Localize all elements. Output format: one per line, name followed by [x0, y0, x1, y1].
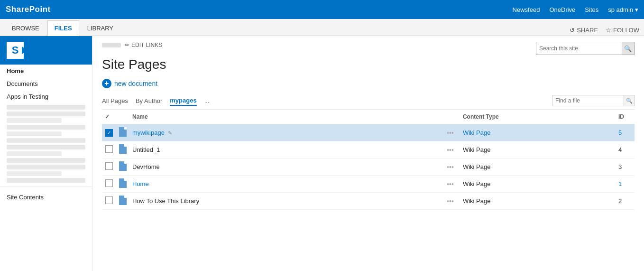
row-actions-dots[interactable]: •••	[441, 124, 460, 141]
checkbox-unchecked-icon[interactable]	[105, 145, 113, 153]
file-icon	[119, 196, 127, 205]
file-name-cell[interactable]: mywikipage ✎	[129, 124, 441, 141]
checkbox-unchecked-icon[interactable]	[105, 179, 113, 187]
sidebar-blurred-12	[7, 178, 85, 183]
sidebar-blurred-2	[7, 112, 85, 116]
file-name-link[interactable]: mywikipage	[132, 129, 165, 136]
checkbox-unchecked-icon[interactable]	[105, 162, 113, 170]
row-actions-dots[interactable]: •••	[441, 159, 460, 176]
row-id-link[interactable]: 1	[618, 180, 622, 187]
file-icon-cell	[116, 159, 129, 176]
edit-pencil-icon: ✎	[166, 130, 172, 136]
new-doc-label: new document	[114, 80, 157, 87]
new-document-button[interactable]: + new document	[102, 79, 635, 88]
table-row: ✓mywikipage ✎•••Wiki Page5	[102, 124, 635, 141]
file-name-link[interactable]: Home	[132, 180, 149, 187]
col-checkbox: ✓	[102, 110, 116, 124]
file-name-cell[interactable]: Home	[129, 176, 441, 193]
edit-links-button[interactable]: ✏ EDIT LINKS	[125, 42, 162, 48]
page-title: Site Pages	[102, 57, 635, 72]
sidebar-item-documents[interactable]: Documents	[0, 77, 92, 90]
find-file-box: 🔍	[552, 95, 635, 106]
file-table: ✓ Name Content Type ID ✓mywikipage ✎•••W…	[102, 110, 635, 210]
search-input[interactable]	[536, 45, 622, 52]
table-row: Home•••Wiki Page1	[102, 176, 635, 193]
sidebar: S Home Documents Apps in Testing Site Co…	[0, 36, 92, 271]
sidebar-divider	[0, 187, 92, 187]
sidebar-site-contents[interactable]: Site Contents	[0, 191, 92, 204]
find-file-search-icon[interactable]: 🔍	[624, 95, 634, 106]
sidebar-blurred-11	[7, 171, 62, 176]
sidebar-blurred-6	[7, 138, 85, 143]
sites-link[interactable]: Sites	[585, 6, 598, 13]
content-type-cell: Wiki Page	[460, 176, 616, 193]
tab-library[interactable]: LIBRARY	[80, 20, 120, 36]
find-file-input[interactable]	[552, 97, 624, 104]
search-button[interactable]: 🔍	[622, 42, 634, 55]
pencil-icon: ✏	[125, 42, 129, 48]
col-name[interactable]: Name	[129, 110, 441, 124]
tab-browse[interactable]: BROWSE	[5, 20, 46, 36]
table-row: DevHome•••Wiki Page3	[102, 159, 635, 176]
col-content-type[interactable]: Content Type	[460, 110, 616, 124]
top-navigation: SharePoint Newsfeed OneDrive Sites sp ad…	[0, 0, 644, 19]
view-tabs-more[interactable]: ...	[204, 97, 210, 104]
ribbon-actions: ↺ SHARE ☆ FOLLOW	[570, 27, 639, 36]
sidebar-blurred-3	[7, 118, 62, 123]
sidebar-item-home[interactable]: Home	[0, 65, 92, 77]
content-type-cell: Wiki Page	[460, 159, 616, 176]
file-name-cell[interactable]: DevHome	[129, 159, 441, 176]
row-checkbox[interactable]: ✓	[102, 124, 116, 141]
col-actions	[441, 110, 460, 124]
ribbon: BROWSE FILES LIBRARY ↺ SHARE ☆ FOLLOW	[0, 19, 644, 36]
row-checkbox[interactable]	[102, 141, 116, 159]
main-layout: S Home Documents Apps in Testing Site Co…	[0, 36, 644, 271]
table-header-row: ✓ Name Content Type ID	[102, 110, 635, 124]
dots-menu-button[interactable]: •••	[443, 162, 457, 172]
tab-by-author[interactable]: By Author	[136, 96, 162, 105]
sidebar-blurred-9	[7, 158, 85, 163]
row-actions-dots[interactable]: •••	[441, 141, 460, 159]
share-button[interactable]: ↺ SHARE	[570, 27, 598, 34]
onedrive-link[interactable]: OneDrive	[549, 6, 575, 13]
file-icon-cell	[116, 141, 129, 159]
dots-menu-button[interactable]: •••	[443, 179, 457, 189]
row-id-cell: 2	[616, 193, 635, 210]
row-checkbox[interactable]	[102, 193, 116, 210]
checkbox-checked-icon[interactable]: ✓	[105, 129, 113, 137]
sidebar-blurred-1	[7, 105, 85, 110]
file-icon-cell	[116, 176, 129, 193]
breadcrumb: ✏ EDIT LINKS	[102, 42, 162, 48]
user-dropdown-icon: ▾	[635, 6, 638, 13]
newsfeed-link[interactable]: Newsfeed	[513, 6, 540, 13]
tab-mypages[interactable]: mypages	[170, 96, 196, 106]
tab-all-pages[interactable]: All Pages	[102, 96, 128, 105]
sp-logo-box: S	[7, 42, 24, 59]
breadcrumb-blurred	[102, 43, 121, 47]
file-name-cell[interactable]: Untitled_1	[129, 141, 441, 159]
dots-menu-button[interactable]: •••	[443, 145, 457, 155]
content-type-cell: Wiki Page	[460, 193, 616, 210]
new-doc-plus-icon: +	[102, 79, 111, 88]
follow-button[interactable]: ☆ FOLLOW	[606, 27, 639, 34]
file-name-text[interactable]: Untitled_1	[132, 146, 160, 153]
dots-menu-button[interactable]: •••	[443, 128, 457, 138]
content-area: ✏ EDIT LINKS 🔍 Site Pages + new document…	[92, 36, 644, 271]
row-id-cell: 4	[616, 141, 635, 159]
tab-files[interactable]: FILES	[47, 20, 79, 36]
top-nav-links: Newsfeed OneDrive Sites	[513, 6, 599, 13]
row-checkbox[interactable]	[102, 176, 116, 193]
col-file-icon	[116, 110, 129, 124]
row-checkbox[interactable]	[102, 159, 116, 176]
file-name-text[interactable]: How To Use This Library	[132, 197, 199, 205]
dots-menu-button[interactable]: •••	[443, 196, 457, 206]
file-name-cell[interactable]: How To Use This Library	[129, 193, 441, 210]
sidebar-blurred-4	[7, 125, 85, 130]
checkbox-unchecked-icon[interactable]	[105, 196, 113, 204]
user-menu[interactable]: sp admin ▾	[608, 6, 638, 13]
sidebar-item-apps-in-testing[interactable]: Apps in Testing	[0, 90, 92, 103]
file-name-text[interactable]: DevHome	[132, 163, 160, 170]
row-actions-dots[interactable]: •••	[441, 176, 460, 193]
row-actions-dots[interactable]: •••	[441, 193, 460, 210]
col-id[interactable]: ID	[616, 110, 635, 124]
